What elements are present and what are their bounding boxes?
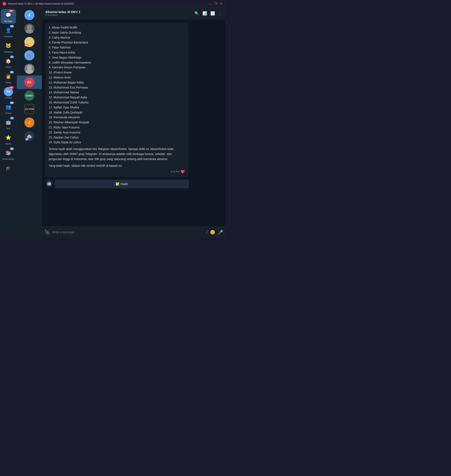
chat-item-guru[interactable]: GURU: [17, 89, 42, 102]
nesta-badge: 12: [10, 71, 14, 73]
pgri-badge: 4: [10, 55, 14, 58]
student-list-item: 15. Muhammad Rasyah Aulia: [49, 95, 185, 100]
student-list-item: 21. Rizky Jaya Kusuma: [49, 125, 185, 130]
chat-name: Absensi kelas XI DKV 1: [45, 10, 192, 14]
titlebar-controls: — ❐ ✕: [209, 2, 223, 6]
sidebar-item-personal[interactable]: 👤 12 Personal: [1, 24, 16, 39]
svg-point-3: [26, 69, 33, 74]
student-list-item: 4. Dandy Prasetyo Bamantara: [49, 40, 185, 45]
student-list-item: 7. Jose Bagus Abednego: [49, 55, 185, 60]
sanlat-label: Sanlat: [5, 143, 11, 145]
school-icon: 🎓: [6, 165, 11, 171]
bot-avatar: 🤖: [45, 180, 53, 187]
sidebar-item-unread[interactable]: TH 99+ Unread: [1, 86, 16, 100]
columns-icon[interactable]: ⬜: [210, 11, 215, 16]
message-input[interactable]: [52, 231, 204, 234]
chat-header: Absensi kelas XI DKV 1 2 members 🔍 📊 ⬜ ⋮: [42, 7, 226, 19]
personal-icon-wrap: 👤 12: [4, 26, 13, 35]
titlebar: 🔴 Absensi kelas XI DKV 1 @ https://www.m…: [0, 0, 226, 7]
sidebar-item-sanlat[interactable]: ⭐ Sanlat: [1, 132, 16, 146]
chat-item-alttab[interactable]: ALT⇥TAB: [17, 102, 42, 116]
unread-label: Unread: [5, 97, 12, 99]
titlebar-title: Absensi kelas XI DKV 1 @ https://www.maw…: [8, 2, 207, 5]
bot-icon: 🤖: [6, 120, 11, 125]
pgri-icon-wrap: 🏠 4: [4, 56, 13, 66]
personal-label: Personal: [4, 36, 13, 38]
kelas-nesta-icon-wrap: 📚 38: [4, 148, 13, 158]
sidebar-item-keluarga[interactable]: 🐱 Keluarga: [1, 40, 16, 54]
chat-messages: 1. Alwan Fadhil Muflih2. Awan Satria Gum…: [42, 19, 226, 226]
bot-label: Bot: [7, 127, 10, 130]
student-list-item: 5. Fatur Rahman: [49, 45, 185, 50]
guru-avatar: GURU: [24, 91, 34, 101]
student-list-item: 8. Judith Wiryawan Hermawanto: [49, 60, 185, 65]
sidebar-item-group[interactable]: 👥 23 Group: [1, 101, 16, 116]
app-icon: 🔴: [2, 2, 6, 6]
student-list-item: 10. Khoirul Anwar: [49, 70, 185, 75]
student-list-item: 22. Sandy Arya Kusuma: [49, 130, 185, 135]
pgri-icon: 🏠: [6, 58, 11, 64]
sanlat-icon: ⭐: [6, 135, 11, 140]
all-chats-icon-wrap: 💬 99+: [4, 11, 13, 20]
student-list-item: 23. Septian Dwi Cahyo: [49, 135, 185, 140]
student-list-item: 19. Rennanda Heryanto: [49, 115, 185, 120]
chat-item-book[interactable]: 📰 1d: [17, 35, 42, 49]
group-label: Group: [6, 112, 11, 114]
message-time-row: 8:26 PM ❤️: [49, 169, 185, 175]
person1-avatar: [24, 24, 34, 34]
hadir-button[interactable]: ✅ Hadir: [55, 180, 189, 188]
chat-item-a1[interactable]: A1: [17, 75, 42, 89]
minimize-button[interactable]: —: [209, 2, 212, 6]
student-list-item: 9. Karindra Deson Putrawan: [49, 65, 185, 70]
nesta-label: Nesta: [6, 81, 11, 84]
sidebar-item-bot[interactable]: 🤖 1 Bot: [1, 116, 16, 131]
group-icon: 👥: [6, 104, 11, 110]
svg-point-1: [26, 29, 33, 34]
student-list-item: 18. Nailah Zulfa Qudsiyah: [49, 110, 185, 115]
school-badge: 4: [25, 138, 29, 140]
maximize-button[interactable]: ❐: [214, 2, 218, 6]
keluarga-icon-wrap: 🐱: [4, 41, 13, 50]
personal-icon: 👤: [6, 28, 11, 33]
chat-area: Absensi kelas XI DKV 1 2 members 🔍 📊 ⬜ ⋮…: [42, 7, 226, 238]
sidebar-item-school[interactable]: 🎓: [1, 162, 16, 174]
sidebar-item-pgri[interactable]: 🏠 4 PGRI: [1, 55, 16, 70]
close-button[interactable]: ✕: [220, 2, 223, 6]
voice-icon[interactable]: 🎤: [218, 230, 223, 235]
all-chats-badge: 99+: [9, 10, 14, 12]
student-list-item: 12. Muhamad Bagas Aditia: [49, 80, 185, 85]
nesta-icon: 👩: [6, 74, 11, 79]
sidebar-folders: 💬 99+ All chats 👤 12 Personal 🐱 Keluarga…: [0, 7, 17, 238]
chat-item-j[interactable]: J: [17, 116, 42, 129]
student-list-item: 6. Faza Haura Azkia: [49, 50, 185, 55]
student-list-item: 13. Muhammad Esa Permana: [49, 85, 185, 90]
sidebar-item-all-chats[interactable]: 💬 99+ All chats: [1, 9, 16, 24]
student-list-item: 2. Awan Satria Gumilang: [49, 30, 185, 35]
chat-item-school[interactable]: 🏫 4: [17, 129, 42, 143]
kelas-nesta-icon: 📚: [6, 150, 11, 156]
sanlat-icon-wrap: ⭐: [4, 133, 13, 142]
student-list-item: 11. Mahrus Amin: [49, 75, 185, 80]
commands-icon[interactable]: /: [206, 230, 207, 235]
nesta-icon-wrap: 👩 12: [4, 72, 13, 81]
student-list-item: 16. Muhammad Zuhdi Yulianto: [49, 100, 185, 105]
hadir-btn-wrap: ✅ Hadir: [55, 180, 222, 188]
group-badge: 23: [10, 102, 14, 104]
search-icon[interactable]: 🔍: [194, 11, 199, 16]
student-list-item: 14. Muhammad Nazwa: [49, 90, 185, 95]
chat-item-bookmark[interactable]: 🔖: [17, 49, 42, 62]
emoji-icon[interactable]: 😊: [210, 230, 215, 235]
student-list: 1. Alwan Fadhil Muflih2. Awan Satria Gum…: [49, 25, 185, 145]
sidebar-item-kelas-nesta[interactable]: 📚 38 Kelas Nesta: [1, 147, 16, 162]
message-time: 8:26 PM: [171, 170, 179, 174]
hadir-row: 🤖 ✅ Hadir: [45, 180, 222, 188]
chat-item-download[interactable]: ⬇: [17, 8, 42, 22]
sidebar-item-nesta[interactable]: 👩 12 Nesta: [1, 71, 16, 85]
more-icon[interactable]: ⋮: [218, 11, 222, 16]
attachment-icon[interactable]: 📎: [44, 230, 50, 235]
poll-icon[interactable]: 📊: [202, 11, 207, 16]
bot-icon-wrap: 🤖 1: [4, 118, 13, 127]
chat-item-person1[interactable]: [17, 22, 42, 35]
chat-item-person2[interactable]: [17, 62, 42, 75]
header-icons: 🔍 📊 ⬜ ⋮: [194, 11, 222, 16]
